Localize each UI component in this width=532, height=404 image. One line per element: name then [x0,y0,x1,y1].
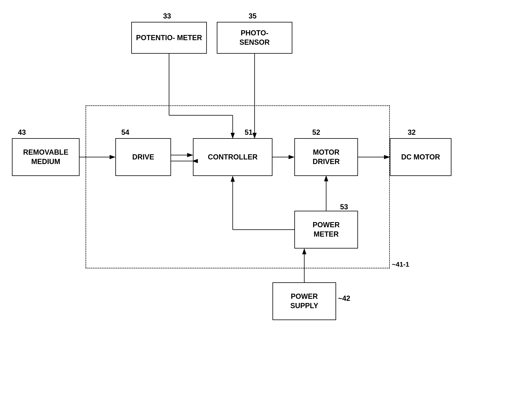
dcmotor-block: DC MOTOR [390,138,451,176]
potentiometer-block: POTENTIO- METER [131,22,207,54]
photosensor-block: PHOTO-SENSOR [217,22,292,54]
controller-label: CONTROLLER [208,152,258,162]
powersupply-label: POWERSUPPLY [290,292,318,310]
label-53: 53 [340,203,348,211]
photosensor-label: PHOTO-SENSOR [240,28,270,47]
drive-block: DRIVE [115,138,171,176]
label-51: 51 [245,128,253,137]
diagram: ~41-1 POTENTIO- METER 33 PHOTO-SENSOR 35… [0,0,532,404]
powermeter-block: POWERMETER [294,211,358,248]
potentiometer-label: POTENTIO- METER [136,33,202,43]
dcmotor-label: DC MOTOR [401,152,440,162]
motordriver-block: MOTORDRIVER [294,138,358,176]
label-33: 33 [163,12,171,20]
label-35: 35 [249,12,257,20]
label-54: 54 [121,128,129,137]
controller-block: CONTROLLER [193,138,272,176]
powermeter-label: POWERMETER [313,220,340,239]
label-43: 43 [18,128,26,137]
label-32: 32 [408,128,416,137]
removablemedium-label: REMOVABLEMEDIUM [23,148,68,166]
motordriver-label: MOTORDRIVER [313,148,340,166]
label-42: ~42 [338,294,350,303]
label-52: 52 [312,128,320,137]
removablemedium-block: REMOVABLEMEDIUM [12,138,80,176]
drive-label: DRIVE [132,152,154,162]
subsystem-label: ~41-1 [392,260,409,268]
powersupply-block: POWERSUPPLY [272,282,336,320]
